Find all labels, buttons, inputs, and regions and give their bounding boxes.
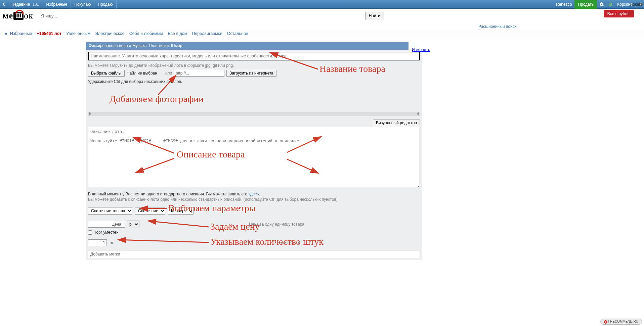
ctrl-note: Удерживайте Ctrl для выбора нескольких ф… bbox=[88, 79, 420, 84]
qty-label: Количество bbox=[277, 240, 299, 245]
change-link[interactable]: Изменить bbox=[412, 47, 430, 52]
tab-favorites[interactable]: Избранные bbox=[43, 0, 71, 9]
back-arrow-icon[interactable] bbox=[0, 0, 8, 9]
std-desc-sub: Вы можете добавить к описанию лота одно … bbox=[88, 197, 420, 202]
search-input[interactable] bbox=[38, 12, 365, 20]
qty-suffix: шт. bbox=[109, 240, 114, 245]
param-row: Состояние товара Состояние Конверт bbox=[88, 207, 420, 215]
cat-link-3[interactable]: Все в дом bbox=[168, 31, 187, 36]
no-file-label: Файл не выбран bbox=[127, 71, 157, 76]
breadcrumb-bar: Фиксированная цена » Музыка: Пластинки: … bbox=[86, 42, 409, 50]
refresh-icon[interactable] bbox=[606, 2, 614, 7]
std-desc-here-link[interactable]: здесь bbox=[248, 192, 259, 196]
search-button[interactable]: Найти bbox=[365, 12, 384, 20]
cat-link-4[interactable]: Передвигаемся bbox=[192, 31, 222, 36]
lot-count: +165461 лот bbox=[37, 31, 61, 36]
choose-files-button[interactable]: Выбрать файлы bbox=[88, 70, 125, 77]
scroll-left-icon[interactable] bbox=[89, 112, 91, 115]
tab-buying[interactable]: Покупаю bbox=[71, 0, 94, 9]
cat-link-5[interactable]: Остальное bbox=[227, 31, 248, 36]
std-desc-note: В данный момент у Вас нет ни одного стан… bbox=[88, 192, 420, 196]
load-from-internet-button[interactable]: Загрузить из интернета bbox=[226, 70, 276, 77]
condition-select[interactable]: Состояние товара bbox=[88, 207, 132, 215]
main-form-wrap: Фиксированная цена » Музыка: Пластинки: … bbox=[86, 42, 422, 260]
or-label: или bbox=[165, 71, 172, 76]
tab-recent-label: Недавние bbox=[11, 2, 30, 7]
star-icon: ★ bbox=[4, 31, 8, 36]
cat-link-0[interactable]: Увлеченным bbox=[66, 31, 90, 36]
scroll-right-icon[interactable] bbox=[417, 112, 419, 115]
image-dropzone[interactable] bbox=[88, 84, 420, 111]
bargain-checkbox[interactable] bbox=[88, 230, 92, 235]
bargain-label: Торг уместен bbox=[94, 230, 119, 235]
gear-icon[interactable] bbox=[597, 2, 606, 7]
form-area: Вы можете загрузить до девяти изображени… bbox=[86, 50, 422, 260]
envelope-select[interactable]: Конверт bbox=[168, 207, 194, 215]
price-row: Цена р. Цена за одну единицу товара bbox=[88, 221, 420, 228]
tab-selling[interactable]: Продаю bbox=[94, 0, 116, 9]
promo-badge[interactable]: Все с рубля! bbox=[604, 10, 634, 17]
title-input[interactable] bbox=[88, 52, 420, 60]
sell-button[interactable]: Продать bbox=[574, 0, 597, 9]
visual-editor-button[interactable]: Визуальный редактор bbox=[373, 120, 420, 126]
price-input[interactable] bbox=[88, 221, 125, 228]
upload-note: Вы можете загрузить до девяти изображени… bbox=[88, 63, 420, 68]
search-box: Найти bbox=[38, 12, 384, 20]
currency-select[interactable]: р. bbox=[127, 221, 139, 228]
tags-input[interactable] bbox=[88, 250, 420, 258]
qty-row: шт. Количество bbox=[88, 239, 420, 246]
logo[interactable]: меок bbox=[3, 11, 33, 21]
breadcrumb-text: Фиксированная цена » Музыка: Пластинки: … bbox=[89, 43, 182, 48]
category-row: ★ Избранные +165461 лот Увлеченным Элект… bbox=[0, 29, 644, 38]
header-row: меок Найти bbox=[0, 9, 644, 23]
top-nav: Недавние 181 Избранные Покупаю Продаю Re… bbox=[0, 0, 644, 9]
url-input[interactable] bbox=[174, 70, 224, 77]
tab-recent[interactable]: Недавние 181 bbox=[8, 0, 43, 9]
price-unit-label: Цена за одну единицу товара bbox=[249, 222, 304, 227]
state-select[interactable]: Состояние bbox=[135, 207, 165, 215]
qty-input[interactable] bbox=[88, 239, 107, 246]
bag-icon bbox=[13, 12, 24, 20]
description-textarea[interactable] bbox=[88, 127, 420, 187]
cat-link-1[interactable]: Электрическое bbox=[95, 31, 124, 36]
advanced-search-link[interactable]: Расширенный поиск bbox=[478, 24, 516, 29]
upload-row: Выбрать файлы Файл не выбран или Загрузи… bbox=[88, 70, 420, 77]
cat-favorites[interactable]: Избранные bbox=[10, 31, 32, 36]
tab-recent-count: 181 bbox=[32, 2, 39, 7]
cat-link-2[interactable]: Себе и любимым bbox=[129, 31, 163, 36]
corner-username: Хокаге bbox=[630, 2, 643, 7]
username-link[interactable]: Renesco bbox=[553, 0, 574, 9]
horizontal-scrollbar[interactable] bbox=[88, 112, 420, 116]
